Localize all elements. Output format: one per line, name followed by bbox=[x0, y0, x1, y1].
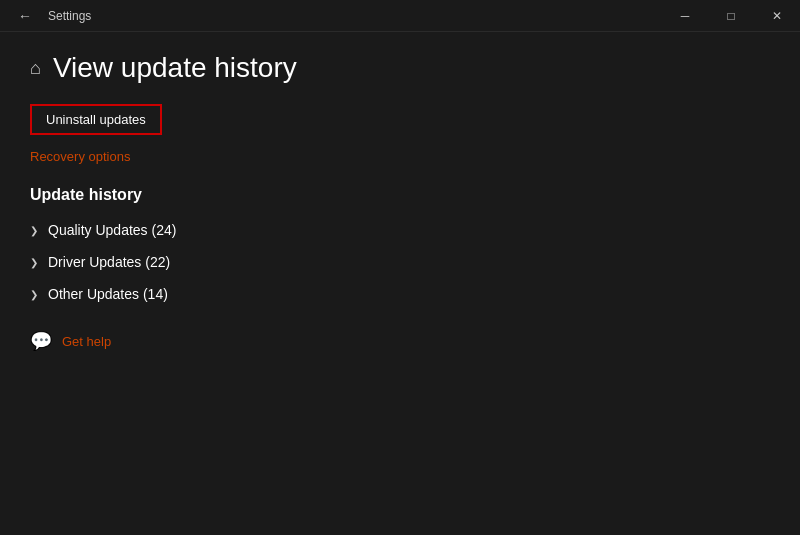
recovery-options-link[interactable]: Recovery options bbox=[30, 149, 770, 164]
driver-updates-item[interactable]: ❯ Driver Updates (22) bbox=[30, 246, 770, 278]
quality-updates-label: Quality Updates (24) bbox=[48, 222, 176, 238]
title-bar: ← Settings ─ □ ✕ bbox=[0, 0, 800, 32]
update-history-section-title: Update history bbox=[30, 186, 770, 204]
title-bar-left: ← Settings bbox=[10, 0, 91, 32]
quality-updates-item[interactable]: ❯ Quality Updates (24) bbox=[30, 214, 770, 246]
other-updates-item[interactable]: ❯ Other Updates (14) bbox=[30, 278, 770, 310]
back-button[interactable]: ← bbox=[10, 0, 40, 32]
maximize-button[interactable]: □ bbox=[708, 0, 754, 32]
get-help-link[interactable]: Get help bbox=[62, 334, 111, 349]
other-updates-label: Other Updates (14) bbox=[48, 286, 168, 302]
close-button[interactable]: ✕ bbox=[754, 0, 800, 32]
uninstall-updates-button[interactable]: Uninstall updates bbox=[30, 104, 162, 135]
chevron-right-icon: ❯ bbox=[30, 225, 38, 236]
page-title: View update history bbox=[53, 52, 297, 84]
get-help-section[interactable]: 💬 Get help bbox=[30, 330, 770, 352]
update-items-list: ❯ Quality Updates (24) ❯ Driver Updates … bbox=[30, 214, 770, 310]
home-icon[interactable]: ⌂ bbox=[30, 58, 41, 79]
title-bar-controls: ─ □ ✕ bbox=[662, 0, 800, 32]
chevron-right-icon: ❯ bbox=[30, 289, 38, 300]
driver-updates-label: Driver Updates (22) bbox=[48, 254, 170, 270]
minimize-button[interactable]: ─ bbox=[662, 0, 708, 32]
chat-icon: 💬 bbox=[30, 330, 52, 352]
title-bar-title: Settings bbox=[48, 9, 91, 23]
main-content: ⌂ View update history Uninstall updates … bbox=[0, 32, 800, 372]
chevron-right-icon: ❯ bbox=[30, 257, 38, 268]
page-header: ⌂ View update history bbox=[30, 52, 770, 84]
